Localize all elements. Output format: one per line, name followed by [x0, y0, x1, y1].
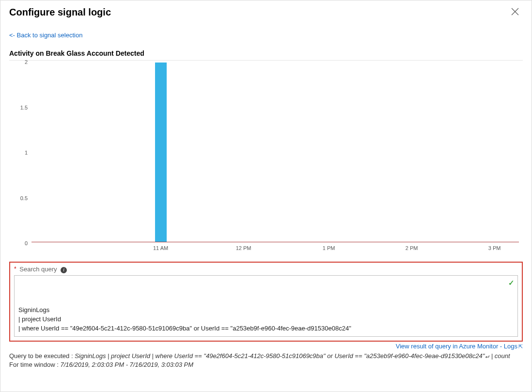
chart-x-tick: 1 PM	[323, 245, 335, 251]
search-query-section: * Search query i ✓ SigninLogs| project U…	[9, 262, 523, 342]
signal-chart: 00.511.52 11 AM12 PM1 PM2 PM3 PM	[9, 60, 523, 258]
search-query-label-row: * Search query i	[14, 266, 518, 273]
time-window-label: For time window :	[9, 361, 60, 368]
chart-y-tick: 1	[25, 150, 28, 156]
query-exec-query: SigninLogs | project UserId | where User…	[75, 352, 485, 360]
view-result-row: View result of query in Azure Monitor - …	[9, 343, 523, 350]
info-icon[interactable]: i	[61, 267, 67, 273]
chart-x-tick: 3 PM	[488, 245, 501, 251]
chart-y-tick: 2	[25, 59, 28, 65]
chart-y-tick: 0.5	[20, 195, 28, 201]
chart-x-tick: 12 PM	[236, 245, 251, 251]
chart-x-axis-line	[31, 242, 519, 242]
view-result-in-logs-link[interactable]: View result of query in Azure Monitor - …	[396, 343, 517, 350]
panel-header: Configure signal logic	[9, 5, 523, 18]
panel-content: Configure signal logic <- Back to signal…	[0, 0, 532, 370]
chart-y-tick: 0	[25, 240, 28, 246]
external-link-icon: ⇱	[518, 344, 523, 349]
chart-bar	[155, 63, 167, 242]
chart-x-tick: 2 PM	[406, 245, 418, 251]
back-to-signal-selection-link[interactable]: <- Back to signal selection	[9, 31, 82, 39]
search-query-line: | where UserId == "49e2f604-5c21-412c-95…	[18, 324, 505, 333]
query-valid-check-icon: ✓	[508, 278, 515, 288]
enter-symbol-icon: ↵	[485, 352, 489, 360]
chart-y-tick: 1.5	[20, 105, 28, 110]
chart-x-axis: 11 AM12 PM1 PM2 PM3 PM	[31, 245, 519, 254]
required-star-icon: *	[14, 266, 16, 272]
configure-signal-logic-panel: Configure signal logic <- Back to signal…	[0, 0, 532, 392]
close-icon[interactable]	[507, 6, 523, 18]
time-window-value: 7/16/2019, 2:03:03 PM - 7/16/2019, 3:03:…	[60, 361, 193, 368]
query-exec-suffix: | count	[489, 352, 510, 360]
search-query-line: | project UserId	[18, 315, 505, 324]
search-query-line: SigninLogs	[18, 306, 505, 315]
search-query-label: Search query	[19, 266, 57, 273]
chart-plot-area	[31, 63, 519, 242]
chart-x-tick: 11 AM	[153, 245, 168, 251]
panel-title: Configure signal logic	[9, 7, 111, 18]
chart-y-axis: 00.511.52	[9, 62, 31, 243]
signal-name: Activity on Break Glass Account Detected	[9, 49, 523, 57]
query-execution-info: Query to be executed : SigninLogs | proj…	[9, 352, 523, 370]
search-query-input[interactable]: ✓ SigninLogs| project UserId| where User…	[14, 275, 518, 337]
query-exec-label: Query to be executed :	[9, 352, 75, 360]
